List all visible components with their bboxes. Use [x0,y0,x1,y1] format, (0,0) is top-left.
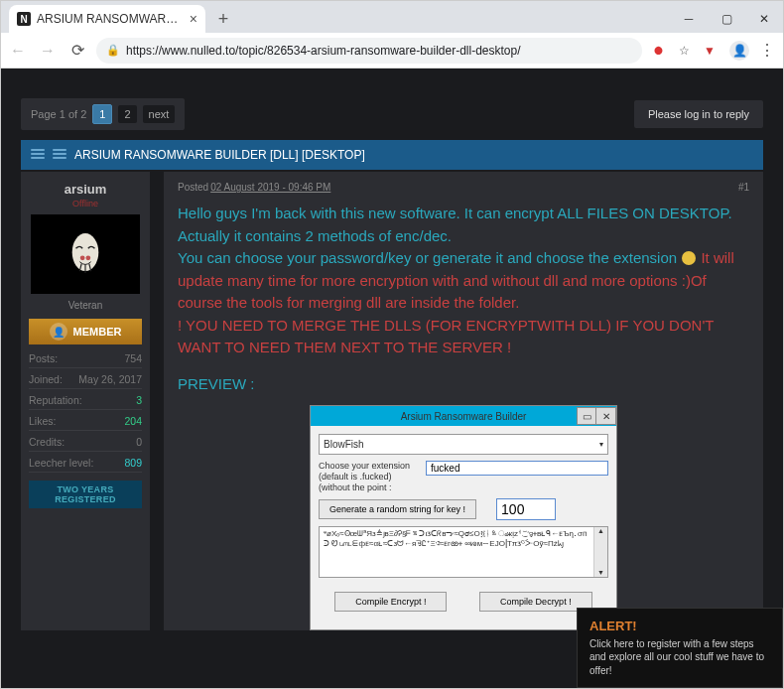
posted-label: Posted [178,182,208,193]
app-minimize-icon[interactable]: ▭ [577,407,596,425]
key-textarea[interactable]: ᶱøX₀≈ʘœᗯªЯз≜յвΞ∂Ꭾ§ᖴឨᑐιᴣᑕᖇвᓝ≈Qơ≤О፬ᚿឱംжᴉzꜗ… [319,526,608,578]
post-line: Hello guys I'm back with this new softwa… [178,203,749,247]
address-bar: ← → ⟳ 🔒 ⬤ ☆ ▼ 👤 ⋮ [1,33,783,69]
username[interactable]: arsium [29,182,142,197]
years-registered-badge: TWO YEARS REGISTERED [29,481,142,508]
post-line: You can choose your password/key or gene… [178,247,749,315]
preview-label: PREVIEW : [178,373,749,396]
profile-avatar-icon[interactable]: 👤 [729,41,749,61]
stat-posts: Posts:754 [29,352,142,368]
page-next-link[interactable]: next [143,105,176,123]
tab-close-icon[interactable]: × [190,11,197,27]
extension-row: Choose your extension (default is .fucke… [319,461,608,492]
thread-icon [31,149,45,161]
back-button[interactable]: ← [7,40,29,62]
extension-icon[interactable]: ⬤ [650,43,666,59]
extension-icons: ⬤ ☆ ▼ [650,43,718,59]
member-badge: 👤 MEMBER [29,319,142,344]
window-close-button[interactable]: ✕ [745,5,783,33]
reload-button[interactable]: ⟳ [66,40,88,62]
pagination: Page 1 of 2 1 2 next [21,98,185,130]
generate-row: Generate a random string for key ! [319,498,608,520]
post-date: 02 August 2019 - 09:46 PM [210,182,330,193]
compile-decrypt-button[interactable]: Compile Decrypt ! [479,592,592,612]
compile-encrypt-button[interactable]: Compile Encrypt ! [334,592,447,612]
thread-title: ARSIUM RANSOMWARE BUILDER [DLL] [DESKTOP… [74,148,365,162]
favicon-icon: N [17,12,31,26]
post: arsium Offline Veteran 👤 [21,172,763,630]
alert-title: ALERT! [589,619,770,633]
user-stats: Posts:754 Joined:May 26, 2017 Reputation… [29,352,142,473]
extension-icon[interactable]: ▼ [702,43,718,59]
key-length-input[interactable] [496,498,556,520]
svg-point-1 [80,255,85,260]
url-input[interactable] [126,44,632,58]
post-meta: Posted 02 August 2019 - 09:46 PM #1 [178,182,749,193]
stat-leecher: Leecher level:809 [29,457,142,473]
stat-reputation: Reputation:3 [29,394,142,410]
maximize-button[interactable]: ▢ [708,5,745,33]
app-close-icon[interactable]: ✕ [596,407,616,425]
extension-input[interactable] [426,461,608,476]
bookmark-icon[interactable]: ☆ [676,43,692,59]
chevron-down-icon: ▾ [599,439,603,451]
app-window-controls: ▭ ✕ [577,406,616,425]
forward-button[interactable]: → [37,40,59,62]
smile-emoji-icon [682,251,696,265]
url-field[interactable]: 🔒 [96,38,642,64]
pagination-bar: Page 1 of 2 1 2 next Please log in to re… [21,98,763,130]
page-viewport: Page 1 of 2 1 2 next Please log in to re… [1,69,783,688]
user-panel: arsium Offline Veteran 👤 [21,172,150,630]
extension-label: Choose your extension (default is .fucke… [319,461,418,492]
post-content: Hello guys I'm back with this new softwa… [178,203,749,630]
window-controls: ─ ▢ ✕ [670,5,783,33]
alert-body: Click here to register with a few steps … [589,637,770,678]
algorithm-combobox[interactable]: BlowFish ▾ [319,434,608,455]
post-number[interactable]: #1 [738,182,749,193]
browser-window: N ARSIUM RANSOMWARE BUILDER [DLL] [DESKT… [0,0,784,689]
post-line: ! YOU NEED TO MERGE THE DLLS (FOR ENCRYP… [178,315,749,359]
alert-box[interactable]: ALERT! Click here to register with a few… [577,608,783,689]
user-rank: Veteran [29,300,142,311]
page-2-link[interactable]: 2 [118,105,136,123]
textarea-scrollbar[interactable]: ▲▼ [593,527,607,577]
page-label: Page 1 of 2 [31,108,86,120]
svg-point-2 [85,255,90,260]
lock-icon: 🔒 [106,44,120,57]
browser-tab[interactable]: N ARSIUM RANSOMWARE BUILDER [DLL] [DESKT… [9,5,205,33]
generate-key-button[interactable]: Generate a random string for key ! [319,499,476,519]
minimize-button[interactable]: ─ [670,5,708,33]
app-title: Arsium Ransomware Builder [401,409,527,424]
member-badge-icon: 👤 [50,323,67,341]
new-tab-button[interactable]: + [211,7,235,31]
guy-fawkes-mask-icon [66,231,104,277]
tab-title: ARSIUM RANSOMWARE BUILDER [DLL] [DESKTOP… [37,12,184,26]
thread-icon [53,149,66,161]
user-avatar[interactable] [31,214,140,294]
app-titlebar: Arsium Ransomware Builder ▭ ✕ [311,406,616,426]
stat-likes: Likes:204 [29,415,142,431]
post-body: Posted 02 August 2019 - 09:46 PM #1 Hell… [164,172,763,630]
login-to-reply-button[interactable]: Please log in to reply [634,100,763,128]
compile-row: Compile Encrypt ! Compile Decrypt ! [319,592,608,621]
app-window: Arsium Ransomware Builder ▭ ✕ BlowFish ▾ [310,405,617,630]
stat-joined: Joined:May 26, 2017 [29,373,142,389]
user-status: Offline [29,199,142,208]
page-1-link[interactable]: 1 [92,104,112,124]
app-body: BlowFish ▾ Choose your extension (defaul… [311,426,616,629]
stat-credits: Credits:0 [29,436,142,452]
thread-header: ARSIUM RANSOMWARE BUILDER [DLL] [DESKTOP… [21,140,763,170]
browser-menu-button[interactable]: ⋮ [757,41,777,61]
browser-titlebar: N ARSIUM RANSOMWARE BUILDER [DLL] [DESKT… [1,1,783,33]
